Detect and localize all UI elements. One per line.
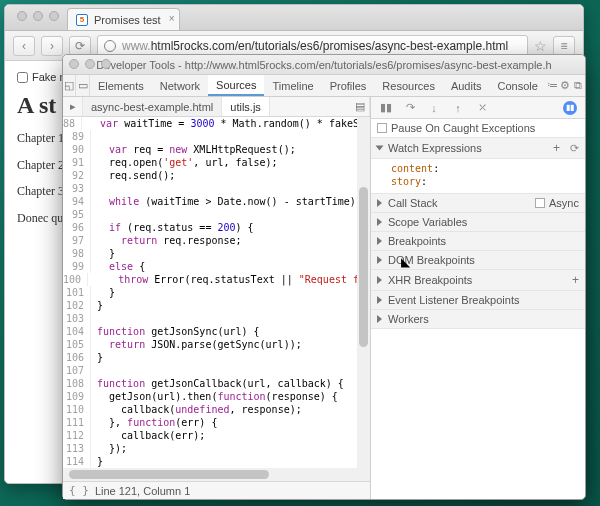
disclosure-triangle-icon[interactable] [376, 146, 384, 151]
bookmark-icon[interactable]: ☆ [534, 38, 547, 54]
line-number[interactable]: 96 [63, 221, 91, 234]
site-info-icon[interactable] [104, 40, 116, 52]
minimize-window-icon[interactable] [85, 59, 95, 69]
vertical-scrollbar[interactable] [357, 117, 370, 468]
pretty-print-icon[interactable]: { } [69, 484, 89, 497]
code-line[interactable]: } [91, 299, 103, 312]
section-dom-breakpoints[interactable]: DOM Breakpoints [371, 251, 585, 270]
line-number[interactable]: 104 [63, 325, 91, 338]
disclosure-triangle-icon[interactable] [377, 199, 382, 207]
pause-on-caught-checkbox[interactable] [377, 123, 387, 133]
disclosure-triangle-icon[interactable] [377, 218, 382, 226]
line-number[interactable]: 107 [63, 364, 91, 377]
code-line[interactable]: } [91, 351, 103, 364]
code-line[interactable]: getJson(url).then(function(response) { [91, 390, 338, 403]
line-number[interactable]: 101 [63, 286, 91, 299]
deactivate-breakpoints-icon[interactable]: ⤫ [475, 101, 489, 115]
code-line[interactable]: }, function(err) { [91, 416, 217, 429]
more-tabs-icon[interactable]: ▤ [350, 97, 370, 116]
toggle-device-icon[interactable]: ▭ [76, 75, 89, 96]
code-line[interactable]: } [91, 455, 103, 468]
panel-tab-profiles[interactable]: Profiles [322, 75, 375, 96]
step-into-icon[interactable]: ↓ [427, 101, 441, 115]
line-number[interactable]: 113 [63, 442, 91, 455]
pause-on-exceptions-icon[interactable]: ▮▮ [563, 101, 577, 115]
line-number[interactable]: 92 [63, 169, 91, 182]
section-event-listener-breakpoints[interactable]: Event Listener Breakpoints [371, 291, 585, 310]
line-number[interactable]: 97 [63, 234, 91, 247]
line-number[interactable]: 93 [63, 182, 91, 195]
code-line[interactable] [91, 364, 103, 377]
show-navigator-icon[interactable]: ▸ [63, 97, 83, 116]
code-line[interactable]: function getJsonCallback(url, callback) … [91, 377, 344, 390]
disclosure-triangle-icon[interactable] [377, 315, 382, 323]
section-scope-variables[interactable]: Scope Variables [371, 213, 585, 232]
code-line[interactable]: }); [91, 442, 127, 455]
line-number[interactable]: 88 [63, 117, 82, 130]
settings-icon[interactable]: ⚙ [559, 75, 572, 96]
panel-tab-network[interactable]: Network [152, 75, 208, 96]
code-line[interactable]: callback(err); [91, 429, 205, 442]
close-tab-icon[interactable]: × [169, 13, 175, 24]
line-number[interactable]: 99 [63, 260, 91, 273]
code-line[interactable] [91, 182, 103, 195]
panel-tab-resources[interactable]: Resources [374, 75, 443, 96]
disclosure-triangle-icon[interactable] [377, 256, 382, 264]
line-number[interactable]: 94 [63, 195, 91, 208]
panel-tab-timeline[interactable]: Timeline [264, 75, 321, 96]
line-number[interactable]: 114 [63, 455, 91, 468]
zoom-window-icon[interactable] [49, 11, 59, 21]
browser-tab[interactable]: Promises test × [67, 8, 180, 30]
code-editor[interactable]: 88 var waitTime = 3000 * Math.random() *… [63, 117, 370, 468]
step-over-icon[interactable]: ↷ [403, 101, 417, 115]
code-line[interactable] [91, 208, 103, 221]
line-number[interactable]: 91 [63, 156, 91, 169]
forward-button[interactable]: › [41, 36, 63, 56]
section-watch-expressions[interactable]: Watch Expressions + ⟳ [371, 138, 585, 159]
code-line[interactable]: } [91, 286, 115, 299]
code-line[interactable] [91, 130, 103, 143]
code-line[interactable]: return JSON.parse(getSync(url)); [91, 338, 302, 351]
add-xhr-breakpoint-icon[interactable]: + [572, 273, 579, 287]
line-number[interactable]: 108 [63, 377, 91, 390]
async-checkbox[interactable] [535, 198, 545, 208]
code-line[interactable]: callback(undefined, response); [91, 403, 302, 416]
pause-on-caught-row[interactable]: Pause On Caught Exceptions [371, 119, 585, 138]
line-number[interactable]: 109 [63, 390, 91, 403]
refresh-watch-icon[interactable]: ⟳ [570, 142, 579, 155]
code-line[interactable]: var req = new XMLHttpRequest(); [91, 143, 296, 156]
watch-expression[interactable]: content: [391, 162, 575, 175]
line-number[interactable]: 112 [63, 429, 91, 442]
step-out-icon[interactable]: ↑ [451, 101, 465, 115]
code-line[interactable]: function getJsonSync(url) { [91, 325, 260, 338]
code-line[interactable]: return req.response; [91, 234, 242, 247]
line-number[interactable]: 90 [63, 143, 91, 156]
horizontal-scrollbar[interactable] [63, 468, 370, 481]
file-tab[interactable]: utils.js [222, 97, 270, 116]
inspect-element-icon[interactable]: ◱ [63, 75, 76, 96]
line-number[interactable]: 98 [63, 247, 91, 260]
code-line[interactable]: while (waitTime > Date.now() - startTime… [91, 195, 362, 208]
code-line[interactable]: var waitTime = 3000 * Math.random() * fa… [82, 117, 370, 130]
disclosure-triangle-icon[interactable] [377, 276, 382, 284]
line-number[interactable]: 110 [63, 403, 91, 416]
section-breakpoints[interactable]: Breakpoints [371, 232, 585, 251]
minimize-window-icon[interactable] [33, 11, 43, 21]
panel-tab-console[interactable]: Console [489, 75, 545, 96]
panel-tab-elements[interactable]: Elements [90, 75, 152, 96]
section-call-stack[interactable]: Call Stack Async [371, 194, 585, 213]
fake-network-checkbox[interactable] [17, 72, 28, 83]
panel-tab-audits[interactable]: Audits [443, 75, 490, 96]
reload-button[interactable]: ⟳ [69, 36, 91, 56]
code-line[interactable]: if (req.status == 200) { [91, 221, 254, 234]
show-drawer-icon[interactable]: ≔ [546, 75, 559, 96]
line-number[interactable]: 95 [63, 208, 91, 221]
line-number[interactable]: 103 [63, 312, 91, 325]
vertical-scroll-thumb[interactable] [359, 187, 368, 347]
line-number[interactable]: 105 [63, 338, 91, 351]
menu-button[interactable]: ≡ [553, 36, 575, 56]
dock-side-icon[interactable]: ⧉ [572, 75, 585, 96]
close-window-icon[interactable] [69, 59, 79, 69]
line-number[interactable]: 89 [63, 130, 91, 143]
watch-expression[interactable]: story: [391, 175, 575, 188]
